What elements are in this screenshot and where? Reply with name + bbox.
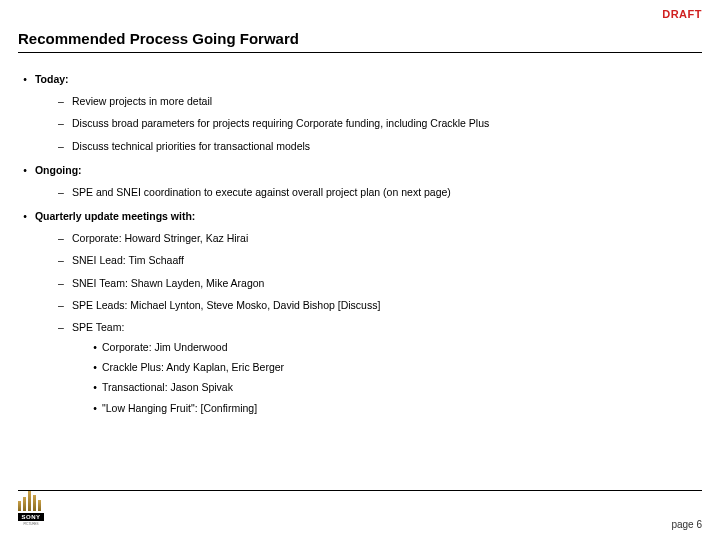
bullet-icon: • bbox=[88, 401, 102, 415]
dash-icon: – bbox=[58, 276, 72, 290]
sub-item-text: Transactional: Jason Spivak bbox=[102, 381, 233, 393]
draft-watermark: DRAFT bbox=[662, 8, 702, 20]
dash-icon: – bbox=[58, 185, 72, 199]
list-item: –Discuss technical priorities for transa… bbox=[58, 139, 702, 153]
item-text: Discuss technical priorities for transac… bbox=[72, 140, 310, 152]
item-text: Discuss broad parameters for projects re… bbox=[72, 117, 489, 129]
logo-subtext: PICTURES bbox=[18, 522, 44, 526]
bullet-icon: • bbox=[18, 72, 32, 86]
dash-icon: – bbox=[58, 94, 72, 108]
dash-icon: – bbox=[58, 139, 72, 153]
sub-item-text: Corporate: Jim Underwood bbox=[102, 341, 227, 353]
bullet-icon: • bbox=[88, 360, 102, 374]
item-text: SPE Leads: Michael Lynton, Steve Mosko, … bbox=[72, 299, 380, 311]
slide-title: Recommended Process Going Forward bbox=[18, 30, 299, 47]
sony-logo: SONY PICTURES bbox=[18, 491, 44, 526]
sub-item: •Crackle Plus: Andy Kaplan, Eric Berger bbox=[88, 360, 702, 374]
item-text: SNEI Team: Shawn Layden, Mike Aragon bbox=[72, 277, 264, 289]
sub-item-text: Crackle Plus: Andy Kaplan, Eric Berger bbox=[102, 361, 284, 373]
section-today: • Today: bbox=[18, 72, 702, 86]
dash-icon: – bbox=[58, 116, 72, 130]
section-label: Ongoing: bbox=[35, 164, 82, 176]
list-item: –SPE Leads: Michael Lynton, Steve Mosko,… bbox=[58, 298, 702, 312]
section-label: Today: bbox=[35, 73, 69, 85]
divider-bottom bbox=[18, 490, 702, 491]
dash-icon: – bbox=[58, 320, 72, 334]
page-number: page 6 bbox=[671, 519, 702, 530]
dash-icon: – bbox=[58, 298, 72, 312]
section-quarterly: • Quarterly update meetings with: bbox=[18, 209, 702, 223]
list-item: –Discuss broad parameters for projects r… bbox=[58, 116, 702, 130]
bullet-icon: • bbox=[88, 380, 102, 394]
sub-item-text: "Low Hanging Fruit": [Confirming] bbox=[102, 402, 257, 414]
list-item: –SNEI Lead: Tim Schaaff bbox=[58, 253, 702, 267]
slide-body: • Today: –Review projects in more detail… bbox=[18, 62, 702, 415]
item-text: SPE Team: bbox=[72, 321, 124, 333]
logo-wordmark: SONY bbox=[18, 513, 44, 521]
logo-bars-icon bbox=[18, 491, 44, 511]
sub-item: •Corporate: Jim Underwood bbox=[88, 340, 702, 354]
section-ongoing: • Ongoing: bbox=[18, 163, 702, 177]
divider-top bbox=[18, 52, 702, 53]
list-item: –SNEI Team: Shawn Layden, Mike Aragon bbox=[58, 276, 702, 290]
item-text: Corporate: Howard Stringer, Kaz Hirai bbox=[72, 232, 248, 244]
dash-icon: – bbox=[58, 231, 72, 245]
dash-icon: – bbox=[58, 253, 72, 267]
list-item: –Corporate: Howard Stringer, Kaz Hirai bbox=[58, 231, 702, 245]
sub-item: •"Low Hanging Fruit": [Confirming] bbox=[88, 401, 702, 415]
bullet-icon: • bbox=[88, 340, 102, 354]
item-text: SNEI Lead: Tim Schaaff bbox=[72, 254, 184, 266]
bullet-icon: • bbox=[18, 209, 32, 223]
list-item: –Review projects in more detail bbox=[58, 94, 702, 108]
sub-item: •Transactional: Jason Spivak bbox=[88, 380, 702, 394]
section-label: Quarterly update meetings with: bbox=[35, 210, 195, 222]
item-text: SPE and SNEI coordination to execute aga… bbox=[72, 186, 451, 198]
list-item: –SPE and SNEI coordination to execute ag… bbox=[58, 185, 702, 199]
list-item: –SPE Team: bbox=[58, 320, 702, 334]
item-text: Review projects in more detail bbox=[72, 95, 212, 107]
bullet-icon: • bbox=[18, 163, 32, 177]
